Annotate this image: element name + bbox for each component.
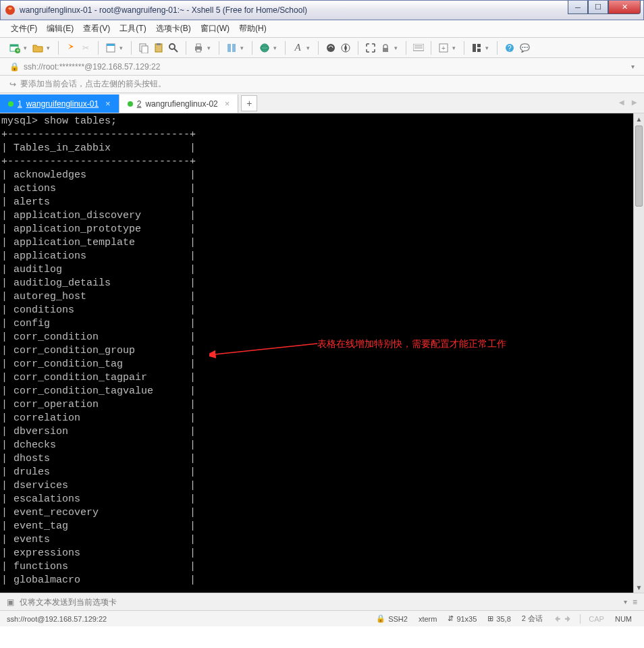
svg-rect-22 bbox=[383, 48, 388, 52]
address-bar: 🔒 ssh://root:********@192.168.57.129:22 … bbox=[0, 58, 644, 76]
titlebar: wangruifenglinux-01 - root@wangruifeng-0… bbox=[0, 0, 644, 20]
svg-rect-2 bbox=[10, 45, 18, 47]
toolbar: +▾ ▾ ✂ ▾ ▾ ▾ ▾ A▾ ▾ +▾ ▾ ? 💬 bbox=[0, 38, 644, 58]
menu-tools[interactable]: 工具(T) bbox=[119, 23, 146, 34]
compose-icon[interactable]: + bbox=[437, 41, 450, 55]
svg-rect-29 bbox=[477, 44, 481, 47]
separator bbox=[318, 41, 319, 55]
status-num: NUM bbox=[615, 615, 632, 623]
add-session-icon[interactable]: ↪ bbox=[9, 80, 16, 89]
dropdown-icon[interactable]: ▾ bbox=[119, 45, 126, 51]
dropdown-icon[interactable]: ▾ bbox=[273, 45, 279, 51]
tab-close-icon[interactable]: × bbox=[225, 99, 230, 109]
tab-2[interactable]: 2 wangrufienglinux-02 × bbox=[119, 94, 239, 113]
tab-nav: ◄ ► bbox=[617, 97, 639, 107]
dropdown-icon[interactable]: ▾ bbox=[240, 45, 246, 51]
disconnect-icon[interactable]: ✂ bbox=[79, 41, 92, 55]
properties-icon[interactable] bbox=[104, 41, 117, 55]
separator bbox=[219, 41, 219, 55]
tab-1[interactable]: 1 wangruifenglinux-01 × bbox=[0, 94, 119, 113]
app-icon bbox=[5, 5, 16, 16]
scrollbar[interactable]: ▲ ▼ bbox=[633, 113, 644, 593]
add-tab-button[interactable]: + bbox=[241, 95, 257, 111]
help-icon[interactable]: ? bbox=[503, 41, 516, 55]
dropdown-icon[interactable]: ▾ bbox=[631, 63, 635, 70]
svg-point-18 bbox=[261, 44, 269, 52]
status-dot-icon bbox=[8, 101, 14, 107]
tab-prev-icon[interactable]: ◄ bbox=[617, 97, 626, 107]
tab-close-icon[interactable]: × bbox=[105, 99, 111, 109]
status-bar: ssh://root@192.168.57.129:22 🔒 SSH2 xter… bbox=[0, 610, 644, 626]
script-icon[interactable] bbox=[324, 41, 338, 55]
scroll-up-icon[interactable]: ▲ bbox=[634, 113, 644, 124]
dropdown-icon[interactable]: ▾ bbox=[485, 45, 491, 51]
fullscreen-icon[interactable] bbox=[364, 41, 377, 55]
close-button[interactable]: ✕ bbox=[608, 1, 641, 14]
svg-rect-8 bbox=[142, 46, 148, 53]
separator bbox=[358, 41, 358, 55]
new-session-icon[interactable]: + bbox=[8, 41, 22, 55]
svg-point-0 bbox=[5, 5, 15, 15]
dropdown-icon[interactable]: ▾ bbox=[452, 45, 458, 51]
session-nav[interactable]: 🠜 🠞 bbox=[554, 614, 572, 624]
separator bbox=[58, 41, 59, 55]
open-icon[interactable] bbox=[31, 41, 45, 55]
status-size: ⇵ 91x35 bbox=[448, 614, 477, 623]
separator bbox=[406, 41, 406, 55]
dropdown-icon[interactable]: ▾ bbox=[23, 45, 30, 51]
svg-rect-6 bbox=[107, 44, 115, 46]
input-bar: ▣ ▾ ≡ bbox=[0, 593, 644, 610]
separator bbox=[497, 41, 498, 55]
keyboard-icon[interactable] bbox=[412, 41, 425, 55]
transfer-icon[interactable] bbox=[225, 41, 238, 55]
svg-rect-23 bbox=[413, 44, 424, 51]
find-icon[interactable] bbox=[167, 41, 180, 55]
menu-window[interactable]: 窗口(W) bbox=[200, 23, 230, 34]
options-icon[interactable]: ≡ bbox=[633, 597, 637, 607]
separator bbox=[431, 41, 431, 55]
layout-icon[interactable] bbox=[470, 41, 483, 55]
svg-rect-10 bbox=[157, 43, 161, 45]
print-icon[interactable] bbox=[192, 41, 205, 55]
dropdown-icon[interactable]: ▾ bbox=[207, 45, 213, 51]
separator bbox=[131, 41, 132, 55]
paste-icon[interactable] bbox=[152, 41, 165, 55]
lock-icon[interactable] bbox=[379, 41, 392, 55]
globe-icon[interactable] bbox=[258, 41, 271, 55]
compass-icon[interactable] bbox=[339, 41, 352, 55]
menu-view[interactable]: 查看(V) bbox=[83, 23, 110, 34]
dropdown-icon[interactable]: ▾ bbox=[306, 45, 313, 51]
dropdown-icon[interactable]: ▾ bbox=[394, 45, 400, 51]
separator bbox=[252, 41, 252, 55]
chat-icon[interactable]: 💬 bbox=[518, 41, 531, 55]
status-term: xterm bbox=[419, 615, 437, 623]
menu-edit[interactable]: 编辑(E) bbox=[47, 23, 74, 34]
minimize-button[interactable]: ─ bbox=[568, 1, 588, 14]
separator bbox=[98, 41, 99, 55]
maximize-button[interactable]: ☐ bbox=[588, 1, 608, 14]
scroll-down-icon[interactable]: ▼ bbox=[634, 582, 644, 593]
window-controls: ─ ☐ ✕ bbox=[568, 1, 641, 14]
menu-tab[interactable]: 选项卡(B) bbox=[156, 23, 191, 34]
terminal[interactable]: mysql> show tables; +-------------------… bbox=[0, 113, 633, 593]
status-address: ssh://root@192.168.57.129:22 bbox=[7, 615, 107, 623]
font-icon[interactable]: A bbox=[291, 41, 304, 55]
copy-icon[interactable] bbox=[137, 41, 151, 55]
scroll-thumb[interactable] bbox=[635, 126, 643, 207]
send-mode-icon[interactable]: ▣ bbox=[7, 597, 14, 607]
status-dot-icon bbox=[128, 101, 133, 107]
dropdown-icon[interactable]: ▾ bbox=[46, 45, 53, 51]
tab-next-icon[interactable]: ► bbox=[630, 97, 639, 107]
svg-rect-17 bbox=[232, 44, 236, 52]
svg-rect-28 bbox=[473, 44, 476, 52]
svg-rect-30 bbox=[477, 49, 481, 52]
address-text[interactable]: ssh://root:********@192.168.57.129:22 bbox=[24, 62, 160, 72]
dropdown-icon[interactable]: ▾ bbox=[624, 598, 627, 605]
command-input[interactable] bbox=[20, 597, 618, 607]
svg-text:+: + bbox=[16, 47, 20, 53]
menu-help[interactable]: 帮助(H) bbox=[239, 23, 267, 34]
menu-file[interactable]: 文件(F) bbox=[11, 23, 37, 34]
svg-text:+: + bbox=[441, 45, 446, 52]
reconnect-icon[interactable] bbox=[64, 41, 78, 55]
status-pos: ⊞ 35,8 bbox=[487, 614, 510, 623]
